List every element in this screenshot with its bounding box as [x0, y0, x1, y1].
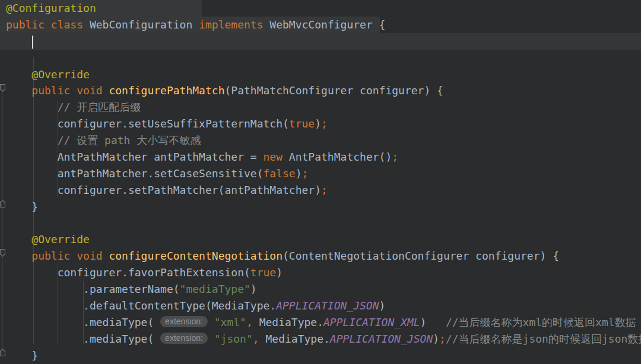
token-plain: ) [296, 167, 302, 180]
token-plain: AntPathMatcher() [289, 151, 392, 163]
token-plain: } [6, 200, 38, 213]
code-line-16[interactable]: public void configureContentNegotiation(… [0, 248, 641, 264]
token-string: "mediaType" [180, 283, 250, 295]
code-line-19[interactable]: .defaultContentType(MediaType.APPLICATIO… [0, 298, 641, 314]
code-line-7[interactable]: // 开启匹配后缀 [0, 99, 641, 116]
token-plain: ) [315, 117, 321, 130]
token-constant: APPLICATION_JSON [330, 333, 433, 345]
token-plain: ) [420, 316, 446, 328]
token-keyword: true [250, 266, 276, 279]
fold-range-line [2, 89, 2, 357]
token-plain: ) [433, 333, 439, 345]
code-line-3[interactable] [0, 33, 641, 50]
code-line-6[interactable]: public void configurePathMatch(PathMatch… [0, 82, 641, 99]
code-line-10[interactable]: AntPathMatcher antPathMatcher = new AntP… [0, 149, 641, 165]
token-comment: //当后缀名称为xml的时候返回xml数据 [446, 316, 636, 328]
code-line-21[interactable]: .mediaType( extension: "json", MediaType… [0, 331, 641, 347]
token-keyword: ; [439, 333, 446, 345]
token-plain: .mediaType( [6, 316, 160, 328]
token-plain [6, 84, 31, 97]
token-plain: MediaType. [253, 316, 323, 328]
token-comment: // 设置 path 大小写不敏感 [58, 134, 201, 146]
token-comment: //当后缀名称是json的时候返回json数据 [446, 333, 641, 345]
token-plain: AntPathMatcher antPathMatcher = [6, 151, 263, 163]
token-plain [6, 35, 31, 47]
token-plain [6, 250, 31, 262]
token-plain: } [6, 349, 38, 362]
token-plain [208, 333, 214, 345]
code-line-2[interactable]: public class WebConfiguration implements… [0, 17, 641, 33]
token-plain: .mediaType( [6, 333, 160, 345]
token-plain: WebConfiguration [90, 18, 199, 31]
fold-marker-fill [1, 250, 5, 256]
token-annotation: @Override [31, 68, 90, 81]
code-line-15[interactable]: @Override [0, 231, 641, 248]
token-method-declaration: configurePathMatch [109, 84, 224, 97]
token-keyword: ; [392, 151, 398, 163]
token-method-declaration: configureContentNegotiation [109, 250, 283, 262]
token-string: "json" [214, 333, 253, 345]
code-line-22[interactable]: } [0, 347, 641, 364]
code-line-11[interactable]: antPathMatcher.setCaseSensitive(false); [0, 165, 641, 182]
code-line-14[interactable] [0, 215, 641, 232]
code-line-4[interactable] [0, 50, 641, 66]
code-line-5[interactable]: @Override [0, 66, 641, 83]
code-area[interactable]: @Configurationpublic class WebConfigurat… [0, 0, 641, 364]
token-plain: ) [379, 299, 386, 312]
text-caret [32, 36, 33, 49]
token-keyword: public void [31, 250, 109, 262]
token-annotation: @Override [31, 233, 90, 245]
token-keyword: false [263, 167, 295, 180]
fold-marker-fill [1, 85, 5, 91]
code-editor[interactable]: @Configurationpublic class WebConfigurat… [0, 0, 641, 364]
token-plain [208, 316, 214, 328]
fold-marker-fill [1, 200, 5, 207]
token-keyword: implements [199, 18, 269, 31]
token-comment: // 开启匹配后缀 [58, 101, 141, 113]
code-line-18[interactable]: .parameterName("mediaType") [0, 281, 641, 298]
token-keyword: new [263, 151, 288, 163]
token-plain: ) [276, 266, 283, 279]
parameter-name-hint-chip: extension: [160, 316, 208, 327]
code-line-1[interactable]: @Configuration [0, 0, 641, 17]
token-keyword: public class [6, 18, 90, 31]
code-line-17[interactable]: configurer.favorPathExtension(true) [0, 264, 641, 281]
token-plain: MediaType. [259, 333, 330, 345]
token-keyword: ; [302, 167, 309, 180]
token-keyword: public void [31, 84, 109, 97]
token-keyword: , [253, 333, 259, 345]
token-plain [6, 101, 58, 113]
token-string: "xml" [214, 316, 246, 328]
token-plain: WebMvcConfigurer { [269, 18, 385, 31]
token-plain: configurer.setUseSuffixPatternMatch( [6, 117, 289, 130]
token-plain [6, 233, 31, 245]
token-keyword: ; [321, 117, 328, 130]
token-plain: .defaultContentType(MediaType. [6, 299, 276, 312]
token-plain: (PathMatchConfigurer configurer) { [224, 84, 443, 97]
code-line-12[interactable]: configurer.setPathMatcher(antPathMatcher… [0, 182, 641, 199]
token-plain: (ContentNegotiationConfigurer configurer… [283, 250, 559, 262]
token-constant: APPLICATION_JSON [276, 299, 379, 312]
token-plain [6, 134, 58, 146]
code-line-8[interactable]: configurer.setUseSuffixPatternMatch(true… [0, 116, 641, 132]
parameter-name-hint-chip: extension: [160, 333, 208, 344]
token-plain: configurer.setPathMatcher(antPathMatcher… [6, 184, 321, 196]
token-keyword: true [289, 117, 315, 130]
token-plain: configurer.favorPathExtension( [6, 266, 250, 279]
token-constant: APPLICATION_XML [323, 316, 420, 328]
token-annotation: @Configuration [6, 2, 96, 14]
code-line-9[interactable]: // 设置 path 大小写不敏感 [0, 132, 641, 149]
token-plain [6, 68, 31, 81]
token-plain: ) [250, 283, 257, 295]
token-plain: antPathMatcher.setCaseSensitive( [6, 167, 263, 180]
code-line-13[interactable]: } [0, 199, 641, 215]
token-keyword: , [246, 316, 253, 328]
code-line-20[interactable]: .mediaType( extension: "xml", MediaType.… [0, 314, 641, 331]
fold-marker-fill [1, 349, 5, 356]
token-plain: .parameterName( [6, 283, 180, 295]
token-keyword: ; [321, 184, 328, 196]
